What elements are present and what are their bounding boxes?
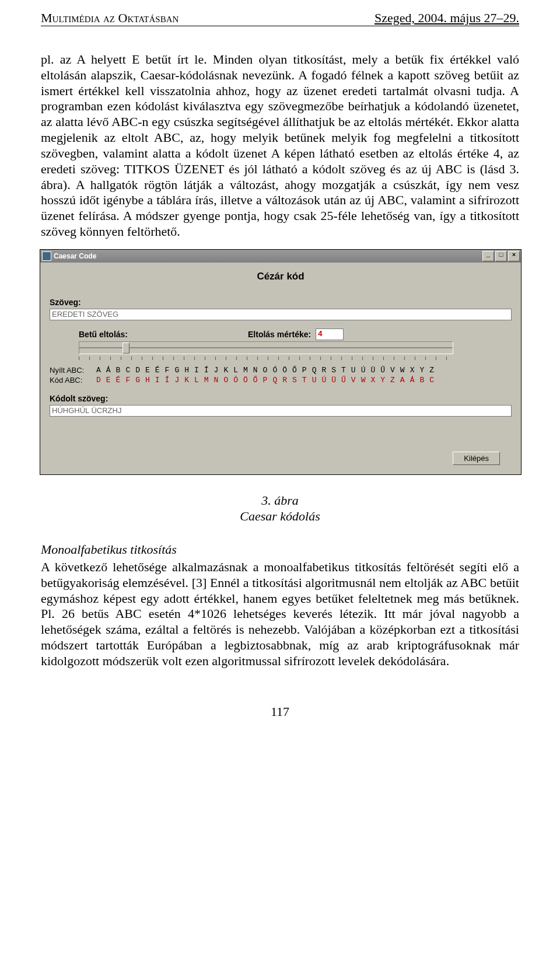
caption-line1: 3. ábra [41,492,519,509]
maximize-button[interactable]: □ [495,251,507,261]
label-szoveg: Szöveg: [50,298,512,307]
slider-thumb[interactable] [123,343,130,354]
app-icon [42,251,51,261]
label-kod-abc: Kód ABC: [50,376,96,385]
app-heading: Cézár kód [50,271,512,282]
label-nyilt-abc: Nyílt ABC: [50,366,96,375]
label-eltolas-merteke: Eltolás mértéke: [248,330,311,339]
running-header-right: Szeged, 2004. május 27–29. [374,11,519,26]
slider-ticks [79,357,452,360]
close-button[interactable]: × [508,251,520,261]
label-kodolt-szoveg: Kódolt szöveg: [50,394,512,403]
window-title: Caesar Code [54,252,96,260]
titlebar[interactable]: Caesar Code _ □ × [40,250,521,263]
caption-line2: Caesar kódolás [41,508,519,525]
paragraph-2: A következő lehetősége alkalmazásnak a m… [41,560,519,669]
minimize-button[interactable]: _ [482,251,494,261]
subheading-mono: Monoalfabetikus titkosítás [41,542,519,557]
input-szoveg[interactable] [50,309,512,320]
exit-button[interactable]: Kilépés [453,452,500,465]
figure-caption: 3. ábra Caesar kódolás [41,492,519,525]
caesar-window: Caesar Code _ □ × Cézár kód Szöveg: Betű… [40,249,522,475]
running-header-left: Multimédia az Oktatásban [41,11,178,26]
kod-abc-letters: DEÉFGHIÍJKLMNOÓÖŐPQRSTUÚÜŰVWXYZAÁBC [96,376,439,385]
nyilt-abc-letters: AÁBCDEÉFGHIÍJKLMNOÓÖŐPQRSTUÚÜŰVWXYZ [96,366,439,375]
output-kodolt[interactable] [50,405,512,417]
label-betu-eltolas: Betű eltolás: [79,330,242,339]
eltolas-slider[interactable] [79,341,453,354]
page-number: 117 [41,704,519,719]
paragraph-1: pl. az A helyett E betűt írt le. Minden … [41,52,519,240]
eltolas-value[interactable]: 4 [316,329,344,340]
